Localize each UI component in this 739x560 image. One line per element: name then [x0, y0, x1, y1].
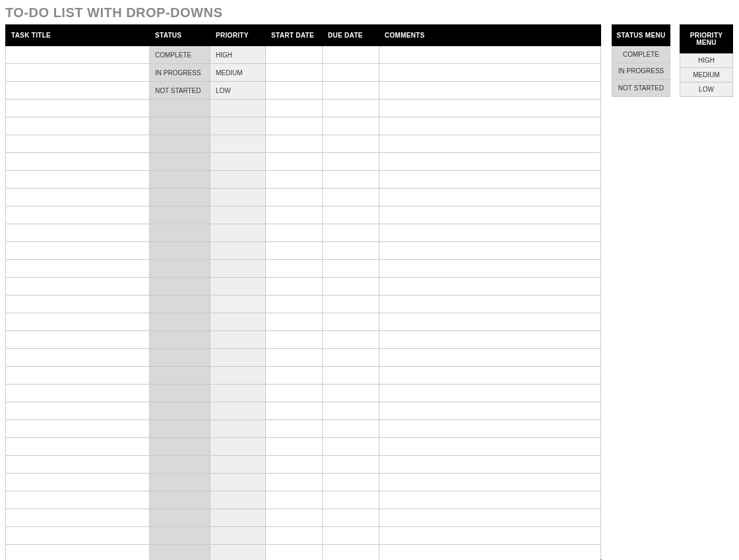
due-date-cell[interactable]: [323, 545, 379, 561]
comments-cell[interactable]: [379, 171, 601, 189]
comments-cell[interactable]: [379, 100, 601, 117]
start-date-cell[interactable]: [266, 189, 323, 206]
priority-cell[interactable]: [210, 456, 266, 474]
start-date-cell[interactable]: [266, 64, 323, 82]
task-title-cell[interactable]: [6, 349, 150, 367]
priority-cell[interactable]: LOW: [210, 82, 266, 100]
task-title-cell[interactable]: [6, 456, 150, 474]
start-date-cell[interactable]: [266, 313, 323, 331]
status-menu-option[interactable]: NOT STARTED: [612, 80, 670, 97]
comments-cell[interactable]: [379, 135, 601, 153]
start-date-cell[interactable]: [266, 402, 323, 420]
start-date-cell[interactable]: [266, 206, 323, 224]
status-cell[interactable]: [150, 349, 210, 367]
status-cell[interactable]: [150, 100, 210, 117]
comments-cell[interactable]: [379, 153, 601, 171]
due-date-cell[interactable]: [323, 313, 379, 331]
status-cell[interactable]: [150, 438, 210, 456]
due-date-cell[interactable]: [323, 224, 379, 242]
comments-cell[interactable]: [379, 438, 601, 456]
start-date-cell[interactable]: [266, 420, 323, 438]
priority-cell[interactable]: [210, 224, 266, 242]
status-cell[interactable]: [150, 296, 210, 313]
start-date-cell[interactable]: [266, 545, 323, 561]
due-date-cell[interactable]: [323, 349, 379, 367]
status-cell[interactable]: [150, 242, 210, 260]
priority-cell[interactable]: [210, 474, 266, 491]
due-date-cell[interactable]: [323, 46, 379, 64]
task-title-cell[interactable]: [6, 46, 150, 64]
start-date-cell[interactable]: [266, 242, 323, 260]
comments-cell[interactable]: [379, 117, 601, 135]
status-cell[interactable]: [150, 456, 210, 474]
comments-cell[interactable]: [379, 402, 601, 420]
status-cell[interactable]: [150, 491, 210, 509]
due-date-cell[interactable]: [323, 367, 379, 385]
due-date-cell[interactable]: [323, 402, 379, 420]
task-title-cell[interactable]: [6, 135, 150, 153]
priority-menu-option[interactable]: HIGH: [680, 53, 733, 68]
start-date-cell[interactable]: [266, 82, 323, 100]
priority-cell[interactable]: [210, 491, 266, 509]
task-title-cell[interactable]: [6, 402, 150, 420]
due-date-cell[interactable]: [323, 420, 379, 438]
priority-cell[interactable]: [210, 171, 266, 189]
task-title-cell[interactable]: [6, 260, 150, 278]
priority-cell[interactable]: [210, 438, 266, 456]
due-date-cell[interactable]: [323, 135, 379, 153]
priority-cell[interactable]: [210, 367, 266, 385]
status-cell[interactable]: [150, 206, 210, 224]
status-cell[interactable]: [150, 313, 210, 331]
status-cell[interactable]: [150, 545, 210, 561]
start-date-cell[interactable]: [266, 509, 323, 527]
due-date-cell[interactable]: [323, 331, 379, 349]
status-cell[interactable]: [150, 171, 210, 189]
task-title-cell[interactable]: [6, 545, 150, 561]
comments-cell[interactable]: [379, 313, 601, 331]
comments-cell[interactable]: [379, 491, 601, 509]
priority-cell[interactable]: [210, 385, 266, 402]
comments-cell[interactable]: [379, 331, 601, 349]
priority-cell[interactable]: [210, 420, 266, 438]
due-date-cell[interactable]: [323, 438, 379, 456]
priority-cell[interactable]: [210, 545, 266, 561]
task-title-cell[interactable]: [6, 153, 150, 171]
priority-cell[interactable]: [210, 278, 266, 296]
status-cell[interactable]: [150, 367, 210, 385]
task-title-cell[interactable]: [6, 313, 150, 331]
priority-menu-option[interactable]: LOW: [680, 82, 733, 97]
status-cell[interactable]: [150, 385, 210, 402]
start-date-cell[interactable]: [266, 100, 323, 117]
priority-cell[interactable]: [210, 135, 266, 153]
start-date-cell[interactable]: [266, 117, 323, 135]
status-cell[interactable]: [150, 331, 210, 349]
due-date-cell[interactable]: [323, 189, 379, 206]
due-date-cell[interactable]: [323, 171, 379, 189]
priority-cell[interactable]: [210, 153, 266, 171]
status-cell[interactable]: [150, 189, 210, 206]
priority-cell[interactable]: [210, 296, 266, 313]
task-title-cell[interactable]: [6, 474, 150, 491]
comments-cell[interactable]: [379, 46, 601, 64]
start-date-cell[interactable]: [266, 527, 323, 545]
priority-cell[interactable]: [210, 117, 266, 135]
status-cell[interactable]: [150, 420, 210, 438]
task-title-cell[interactable]: [6, 491, 150, 509]
status-cell[interactable]: [150, 474, 210, 491]
priority-cell[interactable]: [210, 349, 266, 367]
status-cell[interactable]: [150, 402, 210, 420]
due-date-cell[interactable]: [323, 206, 379, 224]
start-date-cell[interactable]: [266, 296, 323, 313]
priority-menu-option[interactable]: MEDIUM: [680, 68, 733, 82]
start-date-cell[interactable]: [266, 491, 323, 509]
start-date-cell[interactable]: [266, 46, 323, 64]
status-cell[interactable]: [150, 527, 210, 545]
status-cell[interactable]: [150, 135, 210, 153]
due-date-cell[interactable]: [323, 296, 379, 313]
priority-cell[interactable]: [210, 100, 266, 117]
comments-cell[interactable]: [379, 420, 601, 438]
priority-cell[interactable]: [210, 313, 266, 331]
priority-cell[interactable]: HIGH: [210, 46, 266, 64]
task-title-cell[interactable]: [6, 331, 150, 349]
comments-cell[interactable]: [379, 242, 601, 260]
